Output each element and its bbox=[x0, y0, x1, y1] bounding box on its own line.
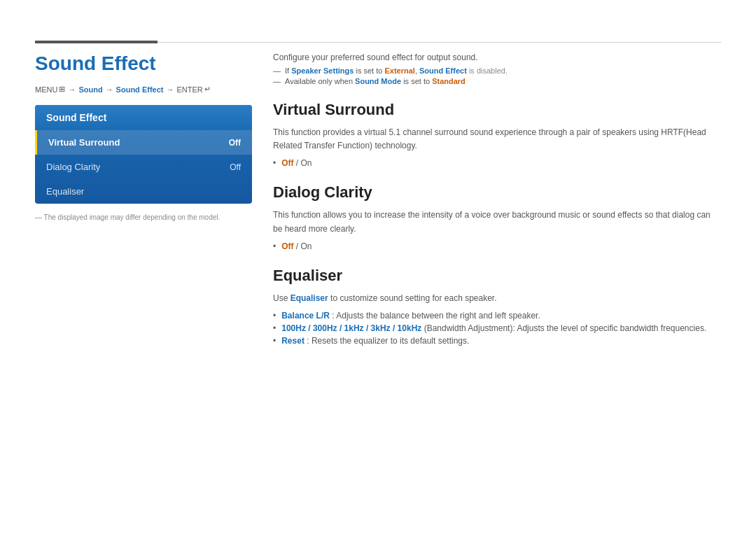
menu-item-equaliser[interactable]: Equaliser bbox=[35, 179, 252, 204]
note1-text: If Speaker Settings is set to External, … bbox=[285, 66, 507, 75]
menu-box: Sound Effect Virtual Surround Off Dialog… bbox=[35, 105, 252, 204]
intro-text: Configure your preferred sound effect fo… bbox=[273, 52, 721, 62]
bullet-off-on: Off / On bbox=[281, 158, 312, 168]
breadcrumb-sound-effect: Sound Effect bbox=[116, 85, 164, 94]
list-item-frequencies: 100Hz / 300Hz / 1kHz / 3kHz / 10kHz (Ban… bbox=[273, 323, 721, 333]
balance-desc: : Adjusts the balance between the right … bbox=[332, 311, 540, 321]
right-panel: Configure your preferred sound effect fo… bbox=[273, 52, 721, 349]
breadcrumb: MENU ⊞ → Sound → Sound Effect → ENTER ↵ bbox=[35, 85, 252, 94]
note2: Available only when Sound Mode is set to… bbox=[273, 77, 721, 85]
menu-icon: ⊞ bbox=[59, 85, 65, 94]
frequencies-desc: (Bandwidth Adjustment): Adjusts the leve… bbox=[424, 323, 707, 333]
equaliser-link: Equaliser bbox=[290, 293, 328, 303]
list-item: Off / On bbox=[273, 241, 721, 251]
reset-desc: : Resets the equalizer to its default se… bbox=[307, 336, 469, 346]
list-item: Off / On bbox=[273, 158, 721, 168]
footnote: The displayed image may differ depending… bbox=[35, 213, 252, 221]
menu-item-virtual-surround[interactable]: Virtual Surround Off bbox=[35, 130, 252, 155]
menu-item-label: Equaliser bbox=[46, 186, 84, 197]
menu-box-header: Sound Effect bbox=[35, 105, 252, 130]
bullet-list-dialog-clarity: Off / On bbox=[273, 241, 721, 251]
note2-sound-mode: Sound Mode bbox=[355, 77, 401, 85]
menu-item-label: Virtual Surround bbox=[48, 137, 120, 148]
menu-item-dialog-clarity[interactable]: Dialog Clarity Off bbox=[35, 155, 252, 179]
breadcrumb-sound: Sound bbox=[78, 85, 102, 94]
breadcrumb-arrow1: → bbox=[68, 85, 76, 94]
note1-external: External bbox=[384, 66, 414, 75]
breadcrumb-enter: ENTER bbox=[176, 85, 202, 94]
section-dialog-clarity: Dialog Clarity This function allows you … bbox=[273, 183, 721, 251]
section-title-equaliser: Equaliser bbox=[273, 267, 721, 285]
breadcrumb-menu: MENU bbox=[35, 85, 57, 94]
list-item-balance: Balance L/R : Adjusts the balance betwee… bbox=[273, 311, 721, 321]
section-title-dialog-clarity: Dialog Clarity bbox=[273, 183, 721, 202]
note2-standard: Standard bbox=[432, 77, 465, 85]
note1-disabled: is disabled. bbox=[469, 66, 507, 75]
breadcrumb-arrow2: → bbox=[106, 85, 113, 94]
enter-icon: ↵ bbox=[204, 85, 211, 94]
section-equaliser: Equaliser Use Equaliser to customize sou… bbox=[273, 267, 721, 346]
section-title-virtual-surround: Virtual Surround bbox=[273, 101, 721, 119]
menu-item-value: Off bbox=[230, 162, 241, 172]
bullet-reset: Reset : Resets the equalizer to its defa… bbox=[281, 336, 469, 346]
bullet-list-virtual-surround: Off / On bbox=[273, 158, 721, 168]
bullet-list-equaliser: Balance L/R : Adjusts the balance betwee… bbox=[273, 311, 721, 346]
bullet-balance: Balance L/R : Adjusts the balance betwee… bbox=[281, 311, 540, 321]
menu-item-value: Off bbox=[229, 138, 241, 148]
section-body-virtual-surround: This function provides a virtual 5.1 cha… bbox=[273, 126, 721, 153]
section-body-dialog-clarity: This function allows you to increase the… bbox=[273, 209, 721, 235]
list-item-reset: Reset : Resets the equalizer to its defa… bbox=[273, 336, 721, 346]
menu-item-label: Dialog Clarity bbox=[46, 162, 100, 172]
reset-label: Reset bbox=[281, 336, 304, 346]
note2-text: Available only when Sound Mode is set to… bbox=[285, 77, 465, 85]
note1: If Speaker Settings is set to External, … bbox=[273, 66, 721, 75]
page-title: Sound Effect bbox=[35, 52, 252, 75]
breadcrumb-arrow3: → bbox=[166, 85, 174, 94]
left-panel: Sound Effect MENU ⊞ → Sound → Sound Effe… bbox=[35, 52, 252, 221]
accent-bar bbox=[35, 41, 158, 43]
note1-sound-effect: Sound Effect bbox=[419, 66, 467, 75]
frequencies-label: 100Hz / 300Hz / 1kHz / 3kHz / 10kHz bbox=[281, 323, 421, 333]
bullet-off-on: Off / On bbox=[281, 241, 312, 251]
balance-label: Balance L/R bbox=[281, 311, 330, 321]
section-intro-equaliser: Use Equaliser to customize sound setting… bbox=[273, 292, 721, 305]
section-virtual-surround: Virtual Surround This function provides … bbox=[273, 101, 721, 168]
bullet-frequencies: 100Hz / 300Hz / 1kHz / 3kHz / 10kHz (Ban… bbox=[281, 323, 706, 333]
note1-speaker-settings: Speaker Settings bbox=[291, 66, 354, 75]
